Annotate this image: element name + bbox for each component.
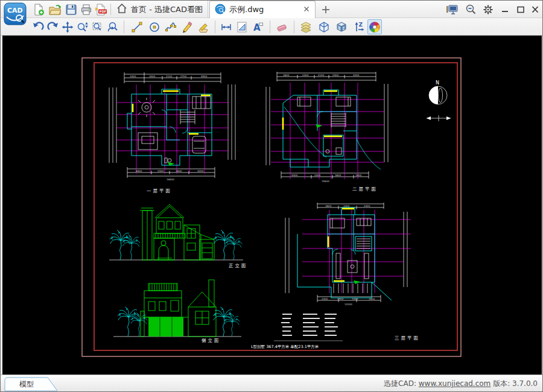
sort-order-button[interactable]: Z <box>352 19 366 34</box>
elevation-front-label: 正立面 <box>229 263 248 268</box>
svg-text:1800: 1800 <box>355 174 362 177</box>
line-tool-button[interactable] <box>130 19 144 34</box>
elevation-side-label: 侧立面 <box>202 338 221 343</box>
plan2-label: 二层平面 <box>352 186 378 192</box>
svg-text:3600: 3600 <box>283 74 290 77</box>
svg-text:16800: 16800 <box>167 178 174 181</box>
titlebar-separator <box>110 4 111 15</box>
toolbar-separator <box>294 21 294 33</box>
brand-label: 迅捷CAD: <box>384 379 416 388</box>
app-window: CAD <box>0 0 543 392</box>
area-summary: L型别墅 367.4平方米 单配23.1平方米 <box>251 344 319 349</box>
svg-text:2400: 2400 <box>332 74 339 77</box>
svg-text:3300: 3300 <box>130 75 136 78</box>
svg-text:2400: 2400 <box>157 169 164 172</box>
svg-text:4200: 4200 <box>197 169 204 172</box>
measure-length-button[interactable] <box>219 19 233 34</box>
svg-text:3600: 3600 <box>325 204 332 207</box>
svg-text:3300: 3300 <box>343 204 350 207</box>
cad-file-icon <box>215 4 226 16</box>
svg-text:4200: 4200 <box>353 74 360 77</box>
app-logo-icon: CAD <box>4 2 27 25</box>
view-wireframe-button[interactable] <box>317 19 331 34</box>
svg-text:1500: 1500 <box>337 297 344 300</box>
print-button[interactable] <box>79 3 93 16</box>
plan3-label: 三层平面 <box>395 335 420 341</box>
title-bar: CAD <box>1 1 542 18</box>
website-link[interactable]: www.xunjiecad.com <box>419 379 491 388</box>
svg-text:2400: 2400 <box>322 297 328 300</box>
svg-text:15600: 15600 <box>322 180 329 183</box>
svg-text:3000: 3000 <box>149 75 156 78</box>
svg-text:2700: 2700 <box>180 75 187 78</box>
polyline-tool-button[interactable] <box>164 19 178 34</box>
svg-text:3600: 3600 <box>176 169 182 172</box>
text-tool-button[interactable]: A <box>250 19 265 34</box>
plan1-label: 一层平面 <box>147 188 172 194</box>
svg-text:PDF: PDF <box>100 10 107 13</box>
toolbar-separator <box>270 21 270 33</box>
zoom-dynamic-button[interactable] <box>75 19 90 34</box>
annotate-tool-button[interactable] <box>196 19 211 34</box>
svg-text:Z: Z <box>359 22 363 28</box>
view-3d-button[interactable] <box>334 19 349 34</box>
svg-text:2100: 2100 <box>166 75 173 78</box>
maximize-button[interactable] <box>513 4 528 15</box>
freehand-tool-button[interactable] <box>180 19 194 34</box>
settings-gear-icon[interactable] <box>481 3 495 16</box>
svg-text:CAD: CAD <box>7 7 23 14</box>
svg-text:1800: 1800 <box>369 297 375 300</box>
svg-text:2400: 2400 <box>364 204 370 207</box>
svg-text:3600: 3600 <box>335 174 341 177</box>
tab-close-icon[interactable] <box>303 5 310 14</box>
new-file-button[interactable] <box>32 3 46 16</box>
svg-text:2400: 2400 <box>302 74 309 77</box>
eraser-button[interactable] <box>275 19 289 34</box>
svg-text:2400: 2400 <box>314 174 321 177</box>
drawing-toolbar: A Z <box>1 18 542 36</box>
toolbar-separator <box>215 21 215 33</box>
screen-capture-icon[interactable] <box>445 3 459 16</box>
svg-text:5400: 5400 <box>291 174 298 177</box>
undo-button[interactable] <box>31 19 45 34</box>
circle-tool-button[interactable] <box>147 19 162 34</box>
version-label: 版本: <box>493 379 510 388</box>
close-window-button[interactable] <box>528 4 542 15</box>
export-pdf-button[interactable]: PDF <box>94 3 108 16</box>
svg-text:6600: 6600 <box>136 169 142 172</box>
svg-text:2100: 2100 <box>318 74 325 77</box>
measure-area-button[interactable] <box>235 19 249 34</box>
model-tab-label: 模型 <box>4 379 49 390</box>
zoom-out-icon[interactable] <box>464 3 478 16</box>
new-tab-button[interactable] <box>319 3 332 16</box>
version-value: 3.7.0.0 <box>512 379 538 388</box>
status-info: 迅捷CAD: www.xunjiecad.com 版本: 3.7.0.0 <box>384 379 538 389</box>
zoom-previous-button[interactable] <box>106 19 120 34</box>
north-label: N <box>436 80 439 86</box>
tab-home[interactable]: 首页 - 迅捷CAD看图 <box>112 1 208 18</box>
minimize-button[interactable] <box>498 4 512 15</box>
status-bar: 模型 迅捷CAD: www.xunjiecad.com 版本: 3.7.0.0 <box>1 375 542 392</box>
zoom-window-button[interactable] <box>91 19 105 34</box>
svg-text:4500: 4500 <box>201 75 208 78</box>
svg-text:3300: 3300 <box>352 297 358 300</box>
layers-button[interactable] <box>299 19 313 34</box>
tab-document-label: 示例.dwg <box>229 4 264 15</box>
background-color-button[interactable] <box>367 19 382 34</box>
redo-button[interactable] <box>46 19 60 34</box>
toolbar-separator <box>124 21 124 33</box>
home-icon <box>116 3 127 16</box>
drawing-canvas[interactable]: 3300 3000 2100 2700 4500 6600 2400 3600 … <box>2 36 542 375</box>
save-button[interactable] <box>64 3 78 16</box>
pan-button[interactable] <box>60 19 75 34</box>
model-tab[interactable]: 模型 <box>4 377 62 392</box>
tab-home-label: 首页 - 迅捷CAD看图 <box>131 4 203 15</box>
open-file-button[interactable] <box>48 3 62 16</box>
svg-text:12000: 12000 <box>345 303 352 306</box>
tab-document[interactable]: 示例.dwg <box>209 1 316 18</box>
